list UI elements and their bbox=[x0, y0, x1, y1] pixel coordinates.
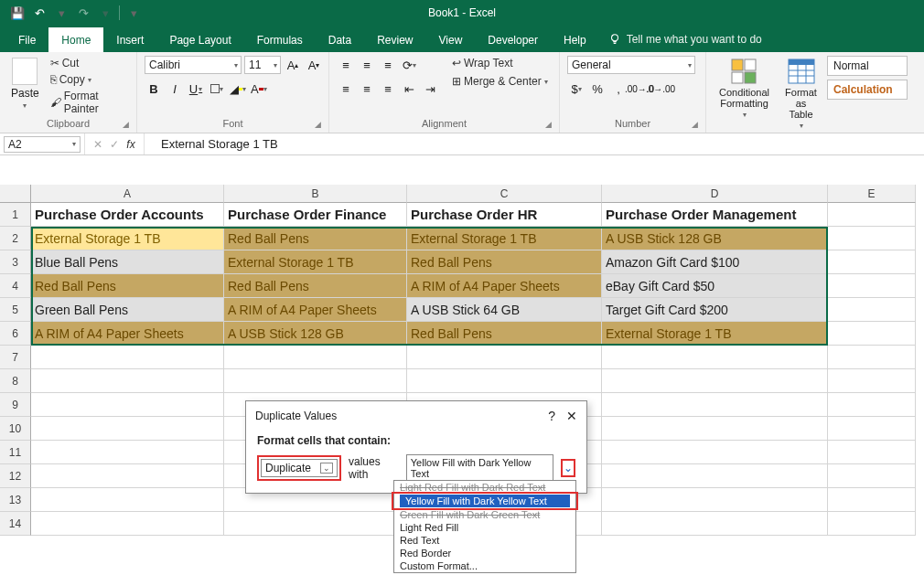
bold-button[interactable]: B bbox=[145, 80, 163, 98]
row-header[interactable]: 1 bbox=[0, 203, 31, 227]
align-middle-icon[interactable]: ≡ bbox=[358, 56, 376, 74]
tell-me-search[interactable]: Tell me what you want to do bbox=[599, 27, 771, 52]
redo-dropdown-icon[interactable]: ▾ bbox=[97, 5, 113, 21]
number-format-select[interactable]: General▾ bbox=[567, 56, 695, 74]
chevron-down-icon[interactable]: ⌄ bbox=[320, 463, 333, 474]
cell[interactable] bbox=[31, 346, 224, 369]
cell[interactable]: Red Ball Pens bbox=[407, 250, 602, 274]
align-bottom-icon[interactable]: ≡ bbox=[379, 56, 397, 74]
tab-formulas[interactable]: Formulas bbox=[244, 27, 316, 52]
italic-button[interactable]: I bbox=[166, 80, 184, 98]
accounting-format-icon[interactable]: $▾ bbox=[567, 80, 586, 98]
cell[interactable]: A RIM of A4 Paper Sheets bbox=[31, 322, 224, 346]
cell[interactable] bbox=[31, 441, 224, 464]
row-header[interactable]: 9 bbox=[0, 393, 31, 417]
cell[interactable] bbox=[602, 346, 828, 369]
cell[interactable]: Red Ball Pens bbox=[224, 274, 407, 298]
help-icon[interactable]: ? bbox=[548, 409, 555, 423]
cell[interactable]: External Storage 1 TB bbox=[31, 227, 224, 250]
cell[interactable]: Red Ball Pens bbox=[407, 322, 602, 346]
cell[interactable] bbox=[31, 488, 224, 512]
orientation-icon[interactable]: ⟳▾ bbox=[400, 56, 418, 74]
wrap-text-button[interactable]: ↩Wrap Text bbox=[448, 56, 552, 70]
cell[interactable] bbox=[224, 512, 407, 536]
decrease-decimal-icon[interactable]: .0→.00 bbox=[651, 80, 670, 98]
format-style-select[interactable]: Yellow Fill with Dark Yellow Text bbox=[406, 454, 553, 482]
enter-icon[interactable]: ✓ bbox=[107, 138, 122, 151]
condition-type-select[interactable]: Duplicate⌄ bbox=[261, 459, 338, 477]
number-launcher-icon[interactable]: ◢ bbox=[692, 120, 698, 129]
row-header[interactable]: 5 bbox=[0, 298, 31, 322]
cell[interactable]: External Storage 1 TB bbox=[602, 322, 828, 346]
format-painter-button[interactable]: 🖌Format Painter bbox=[47, 89, 129, 116]
tab-review[interactable]: Review bbox=[364, 27, 425, 52]
cell[interactable]: Purchase Order Accounts bbox=[31, 203, 224, 227]
column-header[interactable]: B bbox=[224, 185, 407, 203]
cell[interactable] bbox=[828, 417, 916, 441]
cell[interactable] bbox=[828, 227, 916, 250]
cell[interactable] bbox=[828, 464, 916, 488]
cell[interactable]: Purchase Order Management bbox=[602, 203, 828, 227]
row-header[interactable]: 11 bbox=[0, 441, 31, 464]
cell[interactable] bbox=[31, 464, 224, 488]
style-normal[interactable]: Normal bbox=[827, 56, 908, 76]
cell[interactable] bbox=[31, 393, 224, 417]
close-icon[interactable]: ✕ bbox=[566, 409, 577, 423]
format-as-table-button[interactable]: Format as Table▾ bbox=[779, 56, 823, 132]
cell[interactable] bbox=[828, 346, 916, 369]
row-header[interactable]: 2 bbox=[0, 227, 31, 250]
cell[interactable] bbox=[828, 441, 916, 464]
save-icon[interactable]: 💾 bbox=[9, 5, 26, 21]
list-item[interactable]: Red Text bbox=[394, 534, 575, 547]
shrink-font-icon[interactable]: A▾ bbox=[305, 56, 323, 74]
underline-button[interactable]: U▾ bbox=[187, 80, 205, 98]
select-all-triangle[interactable] bbox=[0, 185, 31, 203]
cell[interactable] bbox=[602, 512, 828, 536]
increase-indent-icon[interactable]: ⇥ bbox=[421, 80, 439, 98]
font-name-select[interactable]: Calibri▾ bbox=[145, 56, 242, 74]
cell[interactable]: Target Gift Card $200 bbox=[602, 298, 828, 322]
tab-insert[interactable]: Insert bbox=[103, 27, 156, 52]
cell[interactable] bbox=[828, 369, 916, 393]
cell[interactable]: A USB Stick 128 GB bbox=[602, 227, 828, 250]
cell[interactable]: Red Ball Pens bbox=[224, 227, 407, 250]
cell[interactable]: Purchase Order Finance bbox=[224, 203, 407, 227]
tab-help[interactable]: Help bbox=[551, 27, 599, 52]
row-header[interactable]: 3 bbox=[0, 250, 31, 274]
row-header[interactable]: 8 bbox=[0, 369, 31, 393]
format-style-dropdown-list[interactable]: Light Red Fill with Dark Red Text Yellow… bbox=[393, 480, 576, 573]
cell[interactable] bbox=[224, 346, 407, 369]
cell[interactable]: Amazon Gift Card $100 bbox=[602, 250, 828, 274]
percent-format-icon[interactable]: % bbox=[588, 80, 607, 98]
cell[interactable]: Blue Ball Pens bbox=[31, 250, 224, 274]
redo-icon[interactable]: ↷ bbox=[75, 5, 91, 21]
row-header[interactable]: 4 bbox=[0, 274, 31, 298]
list-item[interactable]: Light Red Fill bbox=[394, 521, 575, 534]
row-header[interactable]: 12 bbox=[0, 464, 31, 488]
cell[interactable] bbox=[407, 346, 602, 369]
decrease-indent-icon[interactable]: ⇤ bbox=[400, 80, 418, 98]
column-header[interactable]: E bbox=[828, 185, 916, 203]
cell[interactable] bbox=[828, 298, 916, 322]
cell[interactable]: A USB Stick 64 GB bbox=[407, 298, 602, 322]
row-header[interactable]: 6 bbox=[0, 322, 31, 346]
align-right-icon[interactable]: ≡ bbox=[379, 80, 397, 98]
font-launcher-icon[interactable]: ◢ bbox=[315, 120, 321, 129]
qat-customize-icon[interactable]: ▾ bbox=[125, 5, 142, 21]
cell[interactable]: Purchase Order HR bbox=[407, 203, 602, 227]
cell[interactable]: A USB Stick 128 GB bbox=[224, 322, 407, 346]
fx-icon[interactable]: fx bbox=[124, 138, 138, 151]
list-item[interactable]: Red Border bbox=[394, 547, 575, 559]
cell[interactable] bbox=[31, 369, 224, 393]
paste-button[interactable]: Paste ▾ bbox=[7, 56, 43, 112]
cell[interactable] bbox=[602, 441, 828, 464]
cell[interactable] bbox=[31, 417, 224, 441]
cell[interactable]: eBay Gift Card $50 bbox=[602, 274, 828, 298]
align-center-icon[interactable]: ≡ bbox=[358, 80, 376, 98]
cell[interactable] bbox=[407, 369, 602, 393]
clipboard-launcher-icon[interactable]: ◢ bbox=[123, 120, 129, 129]
cell[interactable]: External Storage 1 TB bbox=[224, 250, 407, 274]
tab-file[interactable]: File bbox=[5, 27, 48, 52]
align-top-icon[interactable]: ≡ bbox=[337, 56, 355, 74]
cell[interactable]: A RIM of A4 Paper Sheets bbox=[224, 298, 407, 322]
